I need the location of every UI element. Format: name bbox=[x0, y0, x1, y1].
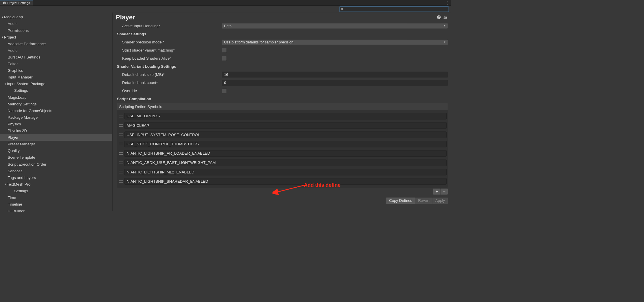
hdr-shader-variant: Shader Variant Loading Settings bbox=[117, 64, 222, 69]
sidebar-item-settings[interactable]: Settings bbox=[0, 188, 112, 194]
sidebar-item-label: MagicLeap bbox=[4, 15, 23, 19]
sidebar-item-label: Scene Template bbox=[8, 155, 35, 160]
symbol-input[interactable]: NIANTIC_LIGHTSHIP_ML2_ENABLED bbox=[124, 169, 447, 175]
sidebar-item-textmesh-pro[interactable]: ▼TextMesh Pro bbox=[0, 181, 112, 188]
sidebar-item-netcode-for-gameobjects[interactable]: Netcode for GameObjects bbox=[0, 107, 112, 114]
settings-sliders-icon[interactable] bbox=[443, 15, 447, 19]
symbol-input[interactable]: USE_STICK_CONTROL_THUMBSTICKS bbox=[124, 141, 447, 147]
sidebar-item-quality[interactable]: Quality bbox=[0, 148, 112, 154]
symbol-input[interactable]: USE_ML_OPENXR bbox=[124, 113, 447, 119]
symbol-row: USE_STICK_CONTROL_THUMBSTICKS bbox=[118, 140, 447, 149]
sidebar-item-label: Physics bbox=[8, 122, 21, 126]
sidebar-item-settings[interactable]: Settings bbox=[0, 87, 112, 94]
sidebar-item-services[interactable]: Services bbox=[0, 168, 112, 174]
symbol-row: USE_ML_OPENXR bbox=[118, 111, 447, 121]
help-icon[interactable] bbox=[437, 15, 441, 19]
lbl-keep-loaded: Keep Loaded Shaders Alive* bbox=[117, 56, 222, 61]
chk-keep-loaded[interactable] bbox=[222, 56, 227, 61]
sidebar-item-label: UI Builder bbox=[8, 209, 25, 211]
sidebar-item-magicleap[interactable]: ▼MagicLeap bbox=[0, 14, 112, 21]
sidebar-item-tags-and-layers[interactable]: Tags and Layers bbox=[0, 174, 112, 181]
sidebar-item-audio[interactable]: Audio bbox=[0, 21, 112, 27]
apply-button[interactable]: Apply bbox=[432, 197, 448, 204]
sidebar-item-project[interactable]: ▼Project bbox=[0, 34, 112, 41]
sidebar-item-label: Memory Settings bbox=[8, 102, 37, 106]
sidebar-item-script-execution-order[interactable]: Script Execution Order bbox=[0, 161, 112, 168]
symbol-row: USE_INPUT_SYSTEM_POSE_CONTROL bbox=[118, 130, 447, 139]
symbol-input[interactable]: NIANTIC_LIGHTSHIP_SHAREDAR_ENABLED bbox=[124, 178, 447, 184]
svg-point-3 bbox=[444, 16, 445, 17]
sidebar-item-physics-2d[interactable]: Physics 2D bbox=[0, 127, 112, 134]
sidebar-item-label: Package Manager bbox=[8, 115, 39, 120]
lbl-chunk-size: Default chunk size (MB)* bbox=[117, 72, 222, 77]
svg-point-5 bbox=[445, 18, 445, 19]
tab-label: Project Settings bbox=[7, 1, 30, 5]
hdr-shader-settings: Shader Settings bbox=[117, 32, 222, 36]
drag-handle-icon[interactable] bbox=[119, 152, 123, 155]
symbol-row: MAGICLEAP bbox=[118, 121, 447, 130]
search-input[interactable] bbox=[345, 8, 447, 11]
drag-handle-icon[interactable] bbox=[119, 143, 123, 145]
sidebar-item-memory-settings[interactable]: Memory Settings bbox=[0, 101, 112, 107]
symbol-input[interactable]: NIANTIC_ARDK_USE_FAST_LIGHTWEIGHT_PAM bbox=[124, 160, 447, 166]
copy-defines-button[interactable]: Copy Defines bbox=[386, 197, 415, 204]
sidebar-item-label: Permissions bbox=[8, 28, 29, 33]
lbl-shader-precision: Shader precision model* bbox=[117, 40, 222, 44]
symbol-input[interactable]: NIANTIC_LIGHTSHIP_AR_LOADER_ENABLED bbox=[124, 150, 447, 157]
add-button[interactable]: + bbox=[433, 188, 441, 195]
sidebar-item-timeline[interactable]: Timeline bbox=[0, 201, 112, 208]
sidebar-item-player[interactable]: Player bbox=[0, 134, 112, 141]
sidebar-item-label: MagicLeap bbox=[8, 95, 27, 100]
sidebar-item-label: Quality bbox=[8, 149, 20, 153]
sidebar-item-ui-builder[interactable]: UI Builder bbox=[0, 208, 112, 212]
sidebar-item-input-manager[interactable]: Input Manager bbox=[0, 74, 112, 81]
drag-handle-icon[interactable] bbox=[119, 162, 123, 164]
drag-handle-icon[interactable] bbox=[119, 124, 123, 127]
arrow-down-icon: ▼ bbox=[4, 183, 6, 185]
revert-button[interactable]: Revert bbox=[415, 197, 432, 204]
chk-strict-variant[interactable] bbox=[222, 48, 227, 53]
symbols-list: USE_ML_OPENXRMAGICLEAPUSE_INPUT_SYSTEM_P… bbox=[117, 111, 448, 187]
gear-icon bbox=[3, 1, 6, 5]
sidebar-item-preset-manager[interactable]: Preset Manager bbox=[0, 141, 112, 148]
dd-active-input-handling[interactable]: Both▼ bbox=[222, 23, 448, 29]
sidebar-item-audio[interactable]: Audio bbox=[0, 47, 112, 54]
sidebar-item-label: Netcode for GameObjects bbox=[8, 109, 52, 113]
sidebar: ▼MagicLeapAudioPermissions▼ProjectAdapti… bbox=[0, 12, 113, 211]
sidebar-item-physics[interactable]: Physics bbox=[0, 121, 112, 127]
drag-handle-icon[interactable] bbox=[119, 115, 123, 117]
drag-handle-icon[interactable] bbox=[119, 133, 123, 136]
search-box[interactable] bbox=[340, 6, 449, 12]
tab-project-settings[interactable]: Project Settings bbox=[0, 0, 33, 6]
sidebar-item-label: Adaptive Performance bbox=[8, 42, 46, 46]
tab-bar: Project Settings ⋮ bbox=[0, 0, 451, 6]
sidebar-item-permissions[interactable]: Permissions bbox=[0, 27, 112, 34]
symbol-input[interactable]: MAGICLEAP bbox=[124, 122, 447, 129]
symbol-input[interactable]: USE_INPUT_SYSTEM_POSE_CONTROL bbox=[124, 131, 447, 138]
sidebar-item-magicleap[interactable]: MagicLeap bbox=[0, 94, 112, 101]
overflow-menu-icon[interactable]: ⋮ bbox=[443, 0, 451, 6]
remove-button[interactable]: − bbox=[441, 188, 448, 195]
txt-chunk-count[interactable]: 0 bbox=[222, 80, 448, 86]
sidebar-item-burst-aot-settings[interactable]: Burst AOT Settings bbox=[0, 54, 112, 61]
arrow-down-icon: ▼ bbox=[4, 83, 6, 85]
sidebar-item-scene-template[interactable]: Scene Template bbox=[0, 154, 112, 161]
content: Player Active Input Handling* Both▼ Shad… bbox=[113, 12, 451, 211]
search-row bbox=[0, 6, 451, 13]
sidebar-item-graphics[interactable]: Graphics bbox=[0, 67, 112, 74]
sidebar-item-input-system-package[interactable]: ▼Input System Package bbox=[0, 81, 112, 87]
symbol-row: NIANTIC_ARDK_USE_FAST_LIGHTWEIGHT_PAM bbox=[118, 158, 447, 167]
sidebar-item-time[interactable]: Time bbox=[0, 194, 112, 201]
symbol-row: NIANTIC_LIGHTSHIP_SHAREDAR_ENABLED bbox=[118, 177, 447, 186]
sidebar-item-editor[interactable]: Editor bbox=[0, 61, 112, 67]
hdr-script-comp: Script Compilation bbox=[117, 97, 222, 101]
arrow-down-icon: ▼ bbox=[1, 36, 3, 38]
sidebar-item-adaptive-performance[interactable]: Adaptive Performance bbox=[0, 41, 112, 47]
drag-handle-icon[interactable] bbox=[119, 180, 123, 182]
chk-override[interactable] bbox=[222, 88, 227, 93]
sidebar-item-package-manager[interactable]: Package Manager bbox=[0, 114, 112, 121]
dd-shader-precision[interactable]: Use platform defaults for sampler precis… bbox=[222, 39, 448, 45]
sidebar-item-label: Timeline bbox=[8, 202, 22, 206]
drag-handle-icon[interactable] bbox=[119, 171, 123, 173]
txt-chunk-size[interactable]: 16 bbox=[222, 72, 448, 78]
